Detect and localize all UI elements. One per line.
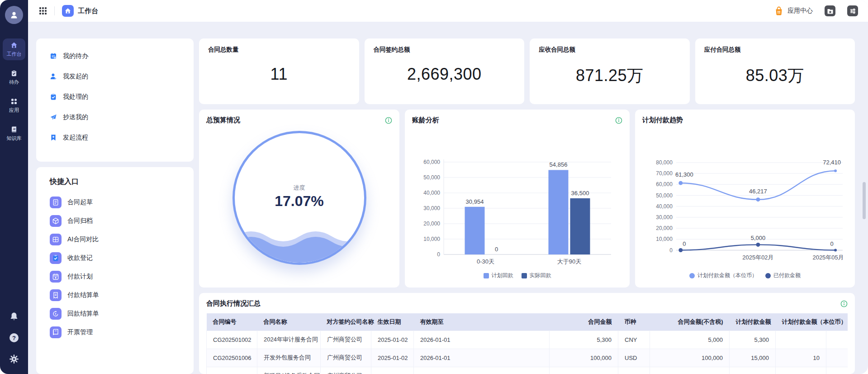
notifications-bell-icon[interactable] <box>9 312 19 321</box>
info-icon[interactable] <box>840 300 848 307</box>
menu-item-4[interactable]: 抄送我的 <box>50 107 194 127</box>
quick-entry-label: AI合同对比 <box>67 235 99 244</box>
table-cell: CG202501002 <box>207 331 257 349</box>
contract-table-wrap: 合同编号合同名称对方签约公司名称生效日期有效期至合同金额币种合同金额(不含税)计… <box>206 313 848 374</box>
card-title: 计划付款趋势 <box>642 116 683 125</box>
contract-table: 合同编号合同名称对方签约公司名称生效日期有效期至合同金额币种合同金额(不含税)计… <box>206 313 848 374</box>
rail-item-3[interactable]: 应用 <box>3 95 25 116</box>
legend-swatch <box>484 273 489 278</box>
legend-item[interactable]: 计划付款金额（本位币） <box>689 272 757 279</box>
stat-label: 应收合同总额 <box>539 46 681 54</box>
table-title: 合同执行情况汇总 <box>206 299 261 308</box>
quick-entry-label: 收款登记 <box>67 254 93 262</box>
table-cell: 10 <box>776 349 826 367</box>
quick-entry-7[interactable]: 回款结算单 <box>46 304 194 323</box>
page-title: 工作台 <box>78 7 98 15</box>
quick-entry-1[interactable]: 合同起草 <box>46 193 194 211</box>
rail-item-1[interactable]: 工作台 <box>3 38 25 60</box>
card-title: 账龄分析 <box>412 116 439 125</box>
svg-text:60,000: 60,000 <box>656 181 673 187</box>
workbench-home-icon[interactable] <box>62 5 74 17</box>
user-avatar[interactable] <box>5 6 23 24</box>
menu-item-label: 我处理的 <box>63 93 88 101</box>
topbar: 工作台 应用中心 <box>28 0 868 22</box>
svg-text:70,000: 70,000 <box>656 170 673 177</box>
menu-item-label: 我发起的 <box>63 72 88 81</box>
info-icon[interactable] <box>385 117 392 124</box>
quick-entry-6[interactable]: 付款结算单 <box>46 286 194 304</box>
table-cell: CG202501006 <box>207 349 257 367</box>
table-header-cell: 计划付款金额（本位币） <box>776 313 826 331</box>
page-scrollbar-thumb[interactable] <box>863 182 866 219</box>
table-cell: 广州商贸公司 <box>321 349 371 367</box>
favorites-folder-icon[interactable] <box>825 5 835 16</box>
table-row[interactable]: CG202501006开发外包服务合同广州商贸公司2025-01-022026-… <box>207 349 848 367</box>
table-cell: 开发外包服务合同 <box>257 349 321 367</box>
svg-text:61,300: 61,300 <box>675 171 693 178</box>
rail-item-4[interactable]: AI知识库 <box>3 123 25 144</box>
svg-text:54,856: 54,856 <box>550 161 568 168</box>
stat-value: 11 <box>208 65 350 84</box>
table-row[interactable]: CG2025010022024年审计服务合同广州商贸公司2025-01-0220… <box>207 331 848 349</box>
gauge-label: 进度 <box>235 184 364 192</box>
clipboard-check-icon <box>50 93 57 101</box>
workflow-list-icon[interactable] <box>847 5 858 16</box>
menu-item-2[interactable]: 我发起的 <box>50 66 194 86</box>
gauge-value: 17.07% <box>235 193 364 210</box>
table-cell: 2025-01-02 <box>371 349 414 367</box>
stat-card-2: 合同签约总额2,669,300 <box>365 38 525 104</box>
svg-text:10,000: 10,000 <box>423 236 440 242</box>
quick-entry-card: 快捷入口 合同起草合同归档AI合同对比收款登记付款计划付款结算单回款结算单开票管… <box>36 167 194 374</box>
svg-text:大于90天: 大于90天 <box>557 258 581 265</box>
quick-entry-icon-tile <box>50 252 62 264</box>
table-cell <box>826 349 848 367</box>
rail-item-2[interactable]: 待办 <box>3 67 25 88</box>
table-cell: 5,300 <box>730 331 776 349</box>
legend-item[interactable]: 实际回款 <box>522 272 551 279</box>
table-cell: USD <box>618 349 650 367</box>
quick-entry-4[interactable]: 收款登记 <box>46 249 194 267</box>
table-cell: 100,000 <box>550 349 618 367</box>
legend-item[interactable]: 计划回款 <box>484 272 513 279</box>
svg-text:20,000: 20,000 <box>423 221 440 227</box>
quick-entry-icon-tile <box>50 289 62 301</box>
card-title: 总预算情况 <box>206 116 240 125</box>
quick-entry-2[interactable]: 合同归档 <box>46 211 194 230</box>
menu-item-label: 我的待办 <box>63 52 88 60</box>
legend-item[interactable]: 已付款金额 <box>765 272 801 279</box>
table-cell <box>776 331 826 349</box>
table-cell <box>776 367 826 374</box>
todo-menu-card: 我的待办我发起的我处理的抄送我的发起流程 <box>36 38 194 162</box>
app-center-button[interactable]: 应用中心 <box>774 6 813 16</box>
settings-gear-icon[interactable] <box>9 354 19 364</box>
stat-card-3: 应收合同总额871.25万 <box>530 38 690 104</box>
stat-label: 合同总数量 <box>208 46 350 54</box>
quick-entry-8[interactable]: 开票管理 <box>46 323 194 341</box>
quick-entry-3[interactable]: AI合同对比 <box>46 230 194 249</box>
doc-icon <box>52 199 59 206</box>
payment-trend-line-chart: 010,00020,00030,00040,00050,00060,00070,… <box>642 150 848 268</box>
app-grid-icon[interactable] <box>39 7 47 15</box>
menu-item-1[interactable]: 我的待办 <box>50 46 194 66</box>
table-row[interactable]: 新项目1设备采购合同广州商贸公司 <box>207 367 848 374</box>
cube-icon <box>52 217 59 225</box>
table-cell: 2026-01-01 <box>414 349 550 367</box>
legend-label: 计划回款 <box>492 272 513 279</box>
menu-item-3[interactable]: 我处理的 <box>50 86 194 107</box>
quick-entry-5[interactable]: 付款计划 <box>46 267 194 286</box>
svg-text:50,000: 50,000 <box>423 174 440 181</box>
legend-label: 计划付款金额（本位币） <box>697 272 757 279</box>
svg-text:?: ? <box>12 335 16 341</box>
svg-text:46,217: 46,217 <box>749 187 767 194</box>
menu-item-5[interactable]: 发起流程 <box>50 127 194 148</box>
svg-text:10,000: 10,000 <box>656 236 673 242</box>
quick-entry-icon-tile <box>50 308 62 320</box>
stat-card-4: 应付合同总额85.03万 <box>695 38 855 104</box>
clipboard-check-icon <box>52 254 59 262</box>
table-cell <box>207 367 257 374</box>
aging-bar-chart: 010,00020,00030,00040,00050,00060,00030,… <box>412 149 622 268</box>
stat-value: 871.25万 <box>539 65 681 87</box>
info-icon[interactable] <box>615 117 622 124</box>
stat-card-1: 合同总数量11 <box>199 38 359 104</box>
help-icon[interactable]: ? <box>9 332 19 343</box>
